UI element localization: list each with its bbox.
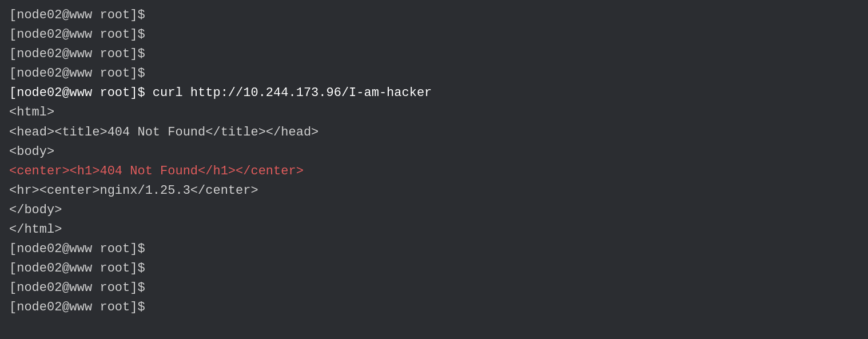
terminal-line-16: [node02@www root]$ [9, 298, 859, 317]
terminal-line-3: [node02@www root]$ [9, 45, 859, 64]
terminal-line-8-html: <body> [9, 142, 859, 162]
terminal-line-5-command: [node02@www root]$ curl http://10.244.17… [9, 83, 859, 103]
terminal-line-13: [node02@www root]$ [9, 240, 859, 259]
terminal-line-15: [node02@www root]$ [9, 278, 859, 298]
terminal-line-11-html: </body> [9, 201, 859, 220]
terminal-line-7-html: <head><title>404 Not Found</title></head… [9, 123, 859, 142]
terminal-line-1: [node02@www root]$ [9, 6, 859, 25]
terminal-output: [node02@www root]$ [node02@www root]$ [n… [9, 6, 859, 318]
terminal-line-10-html: <hr><center>nginx/1.25.3</center> [9, 181, 859, 201]
terminal-line-2: [node02@www root]$ [9, 25, 859, 45]
terminal-line-14: [node02@www root]$ [9, 259, 859, 278]
terminal-line-6-html: <html> [9, 103, 859, 122]
terminal-line-9-404: <center><h1>404 Not Found</h1></center> [9, 162, 859, 181]
terminal-line-4: [node02@www root]$ [9, 64, 859, 83]
terminal-line-12-html: </html> [9, 220, 859, 240]
terminal-window[interactable]: [node02@www root]$ [node02@www root]$ [n… [9, 6, 859, 333]
